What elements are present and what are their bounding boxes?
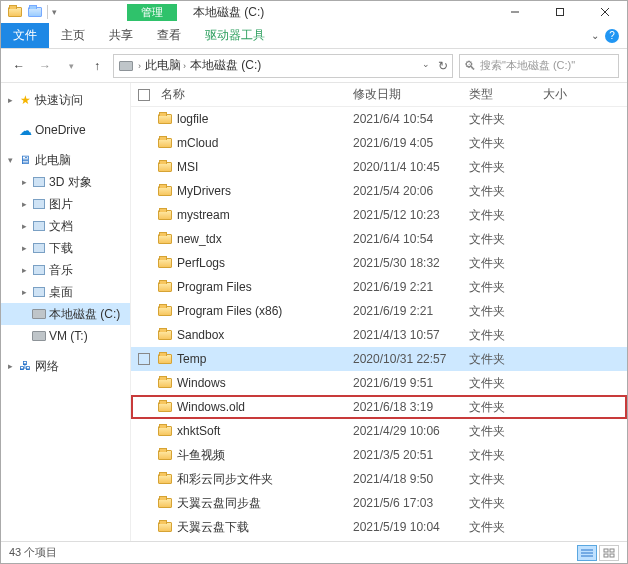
sidebar-item-music[interactable]: ▸音乐 — [1, 259, 130, 281]
address-dropdown-icon[interactable]: ⌄ — [422, 59, 430, 73]
file-row[interactable]: xhktSoft2021/4/29 10:06文件夹 — [131, 419, 627, 443]
pin-icon[interactable] — [27, 4, 43, 20]
address-bar[interactable]: › 此电脑 › 本地磁盘 (C:) ⌄ ↻ — [113, 54, 453, 78]
sidebar-item-downloads[interactable]: ▸下载 — [1, 237, 130, 259]
tab-share[interactable]: 共享 — [97, 23, 145, 48]
file-row[interactable]: Sandbox2021/4/13 10:57文件夹 — [131, 323, 627, 347]
minimize-button[interactable] — [492, 1, 537, 23]
chevron-right-icon[interactable]: › — [138, 61, 141, 71]
file-row[interactable]: Program Files (x86)2021/6/19 2:21文件夹 — [131, 299, 627, 323]
file-type: 文件夹 — [469, 231, 543, 248]
file-list: 名称 修改日期 类型 大小 logfile2021/6/4 10:54文件夹mC… — [131, 83, 627, 541]
file-type: 文件夹 — [469, 327, 543, 344]
folder-icon — [157, 447, 173, 463]
row-checkbox[interactable] — [138, 353, 150, 365]
sidebar-item-local-disk[interactable]: ▸本地磁盘 (C:) — [1, 303, 130, 325]
sidebar-item-quick-access[interactable]: ▸★快速访问 — [1, 89, 130, 111]
sidebar-item-onedrive[interactable]: ▸☁OneDrive — [1, 119, 130, 141]
file-name: 斗鱼视频 — [177, 447, 225, 464]
folder-icon — [157, 495, 173, 511]
sidebar-item-vm[interactable]: ▸VM (T:) — [1, 325, 130, 347]
file-date: 2021/6/19 4:05 — [353, 136, 469, 150]
recent-dropdown-icon[interactable]: ▾ — [61, 56, 81, 76]
sidebar-item-this-pc[interactable]: ▾🖥︎此电脑 — [1, 149, 130, 171]
search-input[interactable]: 🔍︎ 搜索"本地磁盘 (C:)" — [459, 54, 619, 78]
file-name: Sandbox — [177, 328, 224, 342]
sidebar-item-pictures[interactable]: ▸图片 — [1, 193, 130, 215]
file-row[interactable]: Temp2020/10/31 22:57文件夹 — [131, 347, 627, 371]
svg-rect-7 — [604, 549, 608, 552]
file-name: Program Files (x86) — [177, 304, 282, 318]
tab-view[interactable]: 查看 — [145, 23, 193, 48]
disk-icon — [31, 306, 47, 322]
breadcrumb-segment[interactable]: 本地磁盘 (C:) — [190, 57, 261, 74]
file-row[interactable]: MSI2020/11/4 10:45文件夹 — [131, 155, 627, 179]
file-type: 文件夹 — [469, 375, 543, 392]
tab-drive-tools[interactable]: 驱动器工具 — [193, 23, 277, 48]
refresh-icon[interactable]: ↻ — [438, 59, 448, 73]
search-placeholder: 搜索"本地磁盘 (C:)" — [480, 58, 575, 73]
cloud-icon: ☁ — [17, 122, 33, 138]
file-type: 文件夹 — [469, 423, 543, 440]
close-button[interactable] — [582, 1, 627, 23]
sidebar-item-network[interactable]: ▸🖧︎网络 — [1, 355, 130, 377]
select-all-checkbox[interactable] — [138, 89, 150, 101]
folder-icon — [157, 231, 173, 247]
column-header-name[interactable]: 名称 — [157, 86, 353, 103]
sidebar-item-desktop[interactable]: ▸桌面 — [1, 281, 130, 303]
file-date: 2021/6/19 2:21 — [353, 304, 469, 318]
file-type: 文件夹 — [469, 495, 543, 512]
file-date: 2020/10/31 22:57 — [353, 352, 469, 366]
file-date: 2021/3/5 20:51 — [353, 448, 469, 462]
file-row[interactable]: Windows.old2021/6/18 3:19文件夹 — [131, 395, 627, 419]
folder-icon — [157, 351, 173, 367]
tab-file[interactable]: 文件 — [1, 23, 49, 48]
file-row[interactable]: logfile2021/6/4 10:54文件夹 — [131, 107, 627, 131]
breadcrumb-label: 本地磁盘 (C:) — [190, 57, 261, 74]
file-row[interactable]: MyDrivers2021/5/4 20:06文件夹 — [131, 179, 627, 203]
forward-button[interactable]: → — [35, 56, 55, 76]
file-type: 文件夹 — [469, 135, 543, 152]
quick-access-toolbar: ▾ — [1, 4, 57, 20]
file-row[interactable]: 天翼云盘下载2021/5/19 10:04文件夹 — [131, 515, 627, 539]
file-name: Windows — [177, 376, 226, 390]
file-row[interactable]: 天翼云盘同步盘2021/5/6 17:03文件夹 — [131, 491, 627, 515]
folder-icon — [157, 519, 173, 535]
file-row[interactable]: mCloud2021/6/19 4:05文件夹 — [131, 131, 627, 155]
help-icon[interactable]: ? — [605, 29, 619, 43]
folder-icon — [157, 183, 173, 199]
svg-rect-10 — [610, 554, 614, 557]
file-list-body: logfile2021/6/4 10:54文件夹mCloud2021/6/19 … — [131, 107, 627, 541]
file-row[interactable]: 和彩云同步文件夹2021/4/18 9:50文件夹 — [131, 467, 627, 491]
column-header-date[interactable]: 修改日期 — [353, 86, 469, 103]
file-row[interactable]: mystream2021/5/12 10:23文件夹 — [131, 203, 627, 227]
back-button[interactable]: ← — [9, 56, 29, 76]
column-header-size[interactable]: 大小 — [543, 86, 593, 103]
file-row[interactable]: 斗鱼视频2021/3/5 20:51文件夹 — [131, 443, 627, 467]
navigation-bar: ← → ▾ ↑ › 此电脑 › 本地磁盘 (C:) ⌄ ↻ 🔍︎ 搜索"本地磁盘… — [1, 49, 627, 83]
breadcrumb-label: 此电脑 — [145, 57, 181, 74]
details-view-icon[interactable] — [577, 545, 597, 561]
file-row[interactable]: Windows2021/6/19 9:51文件夹 — [131, 371, 627, 395]
ribbon-collapse-icon[interactable]: ⌄ — [591, 30, 599, 41]
sidebar-item-documents[interactable]: ▸文档 — [1, 215, 130, 237]
file-type: 文件夹 — [469, 111, 543, 128]
large-icons-view-icon[interactable] — [599, 545, 619, 561]
file-row[interactable]: new_tdx2021/6/4 10:54文件夹 — [131, 227, 627, 251]
folder-icon — [157, 399, 173, 415]
column-header-type[interactable]: 类型 — [469, 86, 543, 103]
file-row[interactable]: PerfLogs2021/5/30 18:32文件夹 — [131, 251, 627, 275]
manage-tab[interactable]: 管理 — [127, 4, 177, 21]
sidebar-item-label: 桌面 — [49, 284, 73, 301]
sidebar-item-3d-objects[interactable]: ▸3D 对象 — [1, 171, 130, 193]
file-type: 文件夹 — [469, 351, 543, 368]
tab-home[interactable]: 主页 — [49, 23, 97, 48]
window-title: 本地磁盘 (C:) — [193, 4, 264, 21]
breadcrumb-segment[interactable]: 此电脑 › — [145, 57, 186, 74]
maximize-button[interactable] — [537, 1, 582, 23]
file-row[interactable]: Program Files2021/6/19 2:21文件夹 — [131, 275, 627, 299]
ribbon-tabs: 文件 主页 共享 查看 驱动器工具 ⌄ ? — [1, 23, 627, 49]
up-button[interactable]: ↑ — [87, 56, 107, 76]
file-name: mystream — [177, 208, 230, 222]
file-name: xhktSoft — [177, 424, 220, 438]
